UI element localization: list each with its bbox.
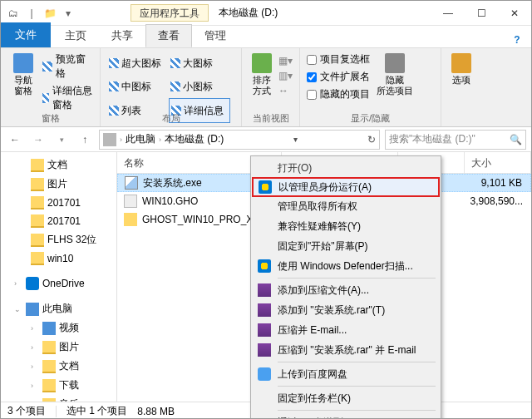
ctx-pin-start[interactable]: 固定到"开始"屏幕(P) [253, 236, 439, 256]
tree-documents[interactable]: 文档 [1, 155, 116, 175]
chevron-right-icon[interactable]: › [14, 279, 22, 288]
shield-icon [259, 180, 272, 194]
address-box[interactable]: › 此电脑 › 本地磁盘 (D:) ▾ ↻ [99, 130, 380, 150]
crumb-drive-d[interactable]: 本地磁盘 (D:) [165, 132, 224, 146]
hide-icon [385, 53, 405, 73]
tab-share[interactable]: 共享 [99, 24, 145, 47]
group-by-icon[interactable]: ▦▾ [278, 55, 293, 67]
file-size: 9,101 KB [464, 177, 530, 189]
layout-extra-large[interactable]: 超大图标 [107, 52, 169, 75]
tree-documents2[interactable]: ›文档 [1, 357, 116, 376]
chevron-down-icon[interactable]: ⌄ [14, 305, 22, 313]
rar-icon [258, 343, 271, 357]
tree-flhs[interactable]: FLHS 32位 [1, 230, 116, 249]
recent-dropdown[interactable]: ▾ [52, 131, 71, 149]
layout-large[interactable]: 大图标 [169, 52, 230, 75]
sort-icon [252, 53, 272, 73]
preview-label: 预览窗格 [56, 52, 93, 81]
ctx-qq-send[interactable]: 通过QQ发送到▶ [253, 412, 439, 419]
tree-pictures2[interactable]: ›图片 [1, 338, 116, 357]
window-title: 本地磁盘 (D:) [219, 6, 278, 20]
rar-icon [258, 283, 271, 297]
tab-view[interactable]: 查看 [145, 24, 192, 47]
refresh-button[interactable]: ↻ [367, 134, 376, 145]
file-name: 安装系统.exe [143, 176, 202, 190]
ctx-baidu[interactable]: 上传到百度网盘 [253, 364, 439, 384]
file-ext-toggle[interactable]: 文件扩展名 [307, 69, 370, 85]
search-icon[interactable]: 🔍 [510, 134, 522, 145]
ribbon-help-icon[interactable]: ? [510, 32, 525, 47]
ctx-add-rar[interactable]: 添加到 "安装系统.rar"(T) [253, 300, 439, 320]
details-icon [42, 93, 49, 103]
tree-pictures[interactable]: 图片 [1, 175, 116, 194]
divider-icon: | [24, 6, 39, 21]
ribbon-group-view: 排序方式 ▦▾ ▥▾ ↔ 当前视图 [242, 48, 300, 126]
forward-button[interactable]: → [29, 131, 47, 149]
ctx-defender[interactable]: 使用 Windows Defender扫描... [253, 256, 439, 276]
folder-icon [124, 213, 137, 226]
tree-downloads[interactable]: ›下载 [1, 376, 116, 395]
options-button[interactable]: 选项 [448, 52, 475, 123]
ctx-troubleshoot[interactable]: 兼容性疑难解答(Y) [253, 216, 439, 236]
options-icon [451, 53, 471, 73]
tab-home[interactable]: 主页 [52, 24, 99, 47]
ribbon-group-pane: 导航窗格 预览窗格 详细信息窗格 窗格 [1, 48, 101, 126]
tree-201701a[interactable]: 201701 [1, 194, 116, 212]
tree-thispc[interactable]: ⌄此电脑 [1, 299, 116, 318]
maximize-button[interactable]: ☐ [465, 2, 498, 25]
layout-small[interactable]: 小图标 [169, 75, 230, 98]
context-menu[interactable]: 打开(O) 以管理员身份运行(A) 管理员取得所有权 兼容性疑难解答(Y) 固定… [250, 155, 441, 419]
crumb-sep[interactable]: › [159, 136, 161, 144]
group-layout-label: 布局 [101, 112, 241, 125]
tab-file[interactable]: 文件 [1, 22, 51, 47]
ribbon-tabs: 文件 主页 共享 查看 管理 ? [1, 26, 531, 47]
sort-label: 排序方式 [252, 75, 272, 96]
search-box[interactable]: 搜索"本地磁盘 (D:)" 🔍 [385, 130, 526, 150]
separator [278, 278, 436, 279]
close-button[interactable]: ✕ [498, 2, 531, 25]
tree-music[interactable]: ›音乐 [1, 395, 116, 402]
address-bar: ← → ▾ ↑ › 此电脑 › 本地磁盘 (D:) ▾ ↻ 搜索"本地磁盘 (D… [1, 127, 531, 152]
ribbon-group-showhide: 项目复选框 文件扩展名 隐藏的项目 隐藏 所选项目 显示/隐藏 [300, 48, 441, 126]
tree-201701b[interactable]: 201701 [1, 212, 116, 230]
search-placeholder: 搜索"本地磁盘 (D:)" [389, 132, 475, 146]
ctx-pin-taskbar[interactable]: 固定到任务栏(K) [253, 388, 439, 408]
item-checkboxes-toggle[interactable]: 项目复选框 [307, 52, 370, 67]
crumb-sep[interactable]: › [120, 136, 122, 144]
qat-dropdown-icon[interactable]: ▾ [61, 6, 76, 21]
rar-icon [258, 323, 271, 337]
col-size[interactable]: 大小 [465, 152, 531, 173]
window-buttons: — ☐ ✕ [431, 2, 531, 25]
tree-video[interactable]: ›视频 [1, 318, 116, 338]
group-showhide-label: 显示/隐藏 [300, 112, 441, 125]
crumb-thispc[interactable]: 此电脑 [126, 132, 155, 146]
status-size: 8.88 MB [137, 406, 175, 417]
tree-onedrive[interactable]: ›OneDrive [1, 274, 116, 293]
sizecol-icon[interactable]: ↔ [278, 85, 293, 96]
ctx-open[interactable]: 打开(O) [253, 158, 439, 178]
minimize-button[interactable]: — [431, 2, 465, 25]
navigation-tree[interactable]: 文档 图片 201701 201701 FLHS 32位 win10 ›OneD… [1, 152, 117, 402]
back-button[interactable]: ← [6, 131, 24, 149]
tab-manage[interactable]: 管理 [192, 24, 239, 47]
options-label: 选项 [452, 75, 470, 86]
tree-win10[interactable]: win10 [1, 249, 116, 268]
quick-access-toolbar: 🗂 | 📁 ▾ [1, 6, 81, 21]
ctx-compress-rar-email[interactable]: 压缩到 "安装系统.rar" 并 E-mail [253, 340, 439, 360]
layout-medium[interactable]: 中图标 [107, 75, 169, 98]
ctx-admin-own[interactable]: 管理员取得所有权 [253, 196, 439, 216]
up-button[interactable]: ↑ [76, 131, 94, 149]
folder-icon[interactable]: 📁 [42, 6, 57, 21]
context-tab-tools[interactable]: 应用程序工具 [131, 4, 209, 22]
ctx-run-as-admin[interactable]: 以管理员身份运行(A) [252, 177, 440, 197]
preview-pane-button[interactable]: 预览窗格 [42, 52, 93, 81]
ctx-add-archive[interactable]: 添加到压缩文件(A)... [253, 280, 439, 300]
group-view-label: 当前视图 [242, 112, 299, 125]
hidden-items-toggle[interactable]: 隐藏的项目 [307, 86, 370, 102]
details-pane-button[interactable]: 详细信息窗格 [42, 83, 93, 113]
ribbon-group-layout: 超大图标 大图标 中图标 小图标 列表 详细信息 布局 [101, 48, 242, 126]
separator [278, 410, 436, 411]
addcol-icon[interactable]: ▥▾ [278, 70, 293, 81]
ctx-compress-email[interactable]: 压缩并 E-mail... [253, 320, 439, 340]
ribbon-group-options: 选项 [441, 48, 483, 126]
